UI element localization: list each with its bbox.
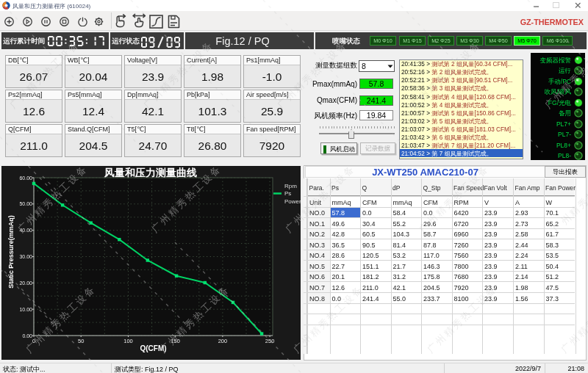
svg-text:250: 250 [265, 338, 275, 344]
svg-text:10.00: 10.00 [19, 307, 32, 312]
svg-text:Ps: Ps [284, 190, 291, 197]
svg-text:100: 100 [123, 338, 133, 344]
svg-text:Power: Power [284, 198, 301, 205]
svg-text:30.00: 30.00 [19, 254, 32, 259]
svg-text:Static Pressure(mmAq): Static Pressure(mmAq) [7, 215, 15, 289]
svg-text:风量和压力测量曲线: 风量和压力测量曲线 [104, 167, 197, 178]
svg-text:20.00: 20.00 [19, 280, 32, 286]
svg-text:0.00: 0.00 [22, 333, 32, 338]
svg-text:50: 50 [78, 338, 84, 344]
svg-text:50.00: 50.00 [19, 201, 32, 206]
svg-text:Rpm: Rpm [284, 183, 297, 189]
svg-text:60.00: 60.00 [19, 175, 32, 181]
svg-text:200: 200 [218, 338, 228, 344]
